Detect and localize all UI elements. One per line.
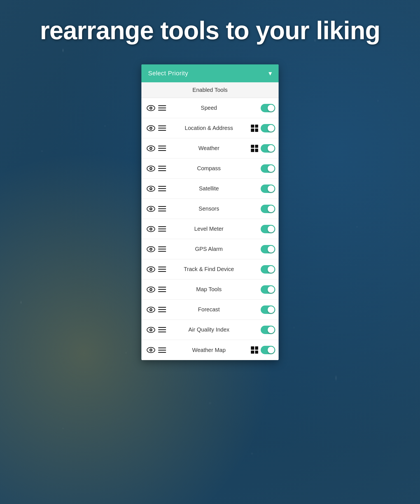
toggle-satellite[interactable]	[261, 185, 275, 193]
toggle-compass[interactable]	[261, 164, 275, 173]
toggle-track-find[interactable]	[261, 265, 275, 274]
tool-name-weather: Weather	[168, 145, 249, 151]
drag-handle-location-address[interactable]	[158, 123, 168, 133]
toggle-forecast[interactable]	[261, 305, 275, 314]
chevron-down-icon: ▾	[269, 69, 272, 77]
drag-handle-gps-alarm[interactable]	[158, 244, 168, 254]
eye-icon-weather-map[interactable]	[145, 344, 157, 356]
tools-list: Speed Location & Address Weather Compass	[141, 98, 279, 360]
tool-name-location-address: Location & Address	[168, 125, 249, 131]
tool-name-track-find: Track & Find Device	[168, 266, 249, 272]
drag-handle-compass[interactable]	[158, 164, 168, 174]
eye-icon-weather[interactable]	[145, 142, 157, 155]
toggle-gps-alarm[interactable]	[261, 245, 275, 253]
tool-name-sensors: Sensors	[168, 206, 249, 212]
tool-row-track-find: Track & Find Device	[141, 259, 279, 279]
tool-row-level-meter: Level Meter	[141, 219, 279, 239]
tool-row-compass: Compass	[141, 158, 279, 179]
eye-icon-level-meter[interactable]	[145, 223, 157, 235]
svg-point-23	[150, 248, 152, 250]
eye-icon-compass[interactable]	[145, 162, 157, 175]
tool-name-air-quality: Air Quality Index	[168, 326, 249, 333]
tool-row-air-quality: Air Quality Index	[141, 320, 279, 340]
tool-name-compass: Compass	[168, 165, 249, 172]
drag-handle-weather-map[interactable]	[158, 345, 168, 355]
panel-header-title: Select Priority	[148, 70, 188, 77]
eye-icon-forecast[interactable]	[145, 304, 157, 316]
tool-row-weather-map: Weather Map	[141, 340, 279, 360]
section-title: Enabled Tools	[141, 82, 279, 98]
drag-handle-satellite[interactable]	[158, 184, 168, 194]
svg-point-8	[150, 148, 152, 149]
svg-point-2	[150, 107, 152, 109]
svg-point-29	[150, 289, 152, 290]
tool-row-location-address: Location & Address	[141, 118, 279, 138]
drag-handle-level-meter[interactable]	[158, 224, 168, 234]
widget-icon-weather	[249, 145, 260, 152]
toggle-air-quality[interactable]	[261, 326, 275, 334]
widget-icon-location-address	[249, 125, 260, 132]
tool-name-weather-map: Weather Map	[168, 347, 249, 353]
svg-point-26	[150, 269, 152, 270]
svg-point-20	[150, 228, 152, 230]
eye-icon-track-find[interactable]	[145, 263, 157, 276]
eye-icon-satellite[interactable]	[145, 183, 157, 195]
svg-point-5	[150, 127, 152, 129]
drag-handle-weather[interactable]	[158, 143, 168, 153]
tool-name-forecast: Forecast	[168, 306, 249, 313]
tool-row-speed: Speed	[141, 98, 279, 118]
toggle-sensors[interactable]	[261, 205, 275, 213]
eye-icon-location-address[interactable]	[145, 122, 157, 134]
widget-icon-weather-map	[249, 346, 260, 354]
tools-panel: Select Priority ▾ Enabled Tools Speed Lo…	[141, 64, 279, 360]
eye-icon-map-tools[interactable]	[145, 283, 157, 296]
tool-row-weather: Weather	[141, 138, 279, 158]
drag-handle-speed[interactable]	[158, 103, 168, 113]
tool-row-sensors: Sensors	[141, 199, 279, 219]
tool-name-satellite: Satellite	[168, 185, 249, 192]
tool-name-map-tools: Map Tools	[168, 286, 249, 293]
drag-handle-sensors[interactable]	[158, 204, 168, 214]
eye-icon-gps-alarm[interactable]	[145, 243, 157, 255]
tool-row-forecast: Forecast	[141, 300, 279, 320]
panel-header[interactable]: Select Priority ▾	[141, 64, 279, 82]
svg-point-14	[150, 188, 152, 189]
drag-handle-air-quality[interactable]	[158, 325, 168, 335]
headline: rearrange tools to your liking	[0, 17, 420, 45]
svg-point-32	[150, 309, 152, 310]
eye-icon-air-quality[interactable]	[145, 324, 157, 336]
tool-name-level-meter: Level Meter	[168, 226, 249, 232]
tool-row-gps-alarm: GPS Alarm	[141, 239, 279, 259]
svg-point-38	[150, 349, 152, 351]
tool-row-satellite: Satellite	[141, 179, 279, 199]
drag-handle-track-find[interactable]	[158, 264, 168, 274]
tool-row-map-tools: Map Tools	[141, 279, 279, 300]
toggle-level-meter[interactable]	[261, 225, 275, 233]
svg-point-35	[150, 329, 152, 330]
eye-icon-speed[interactable]	[145, 102, 157, 114]
toggle-map-tools[interactable]	[261, 285, 275, 294]
toggle-location-address[interactable]	[261, 124, 275, 132]
svg-point-17	[150, 208, 152, 209]
drag-handle-forecast[interactable]	[158, 305, 168, 315]
drag-handle-map-tools[interactable]	[158, 284, 168, 295]
toggle-weather-map[interactable]	[261, 346, 275, 354]
svg-point-11	[150, 168, 152, 169]
tool-name-speed: Speed	[168, 105, 249, 111]
eye-icon-sensors[interactable]	[145, 203, 157, 215]
toggle-speed[interactable]	[261, 104, 275, 112]
toggle-weather[interactable]	[261, 144, 275, 153]
tool-name-gps-alarm: GPS Alarm	[168, 246, 249, 252]
